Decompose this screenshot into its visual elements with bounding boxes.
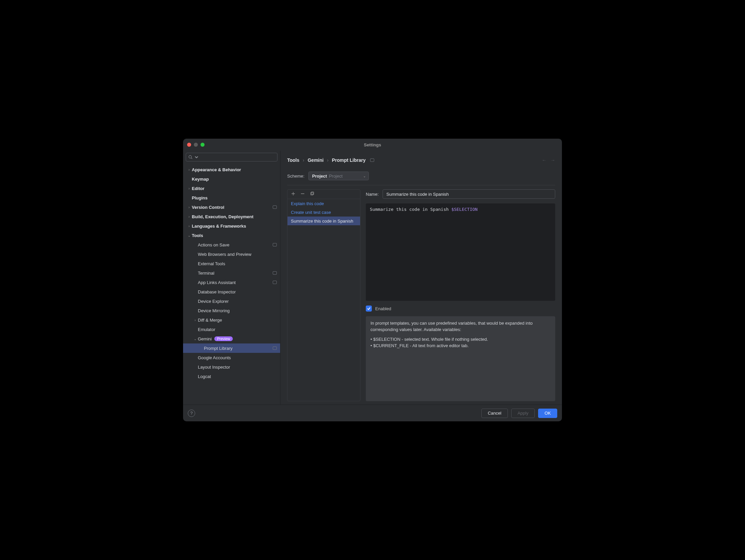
project-scope-icon <box>273 205 277 209</box>
ok-button[interactable]: OK <box>538 408 557 418</box>
sidebar-item-device-explorer[interactable]: Device Explorer <box>183 296 280 306</box>
chevron-right-icon: › <box>186 224 192 228</box>
nav-forward-icon[interactable]: → <box>551 158 555 163</box>
sidebar-item-app-links-assistant[interactable]: App Links Assistant <box>183 278 280 287</box>
project-scope-icon <box>370 159 374 162</box>
sidebar-item-emulator[interactable]: Emulator <box>183 325 280 334</box>
enabled-checkbox[interactable] <box>366 305 372 311</box>
sidebar-item-label: Plugins <box>192 195 207 200</box>
sidebar-item-version-control[interactable]: ›Version Control <box>183 202 280 212</box>
prompt-name-input[interactable] <box>383 189 555 199</box>
sidebar-item-device-mirroring[interactable]: Device Mirroring <box>183 306 280 315</box>
sidebar-item-label: Keymap <box>192 176 209 182</box>
sidebar-item-label: Gemini <box>198 336 212 341</box>
sidebar-item-google-accounts[interactable]: Google Accounts <box>183 353 280 362</box>
prompt-list-item[interactable]: Create unit test case <box>288 208 360 217</box>
sidebar-item-label: App Links Assistant <box>198 280 236 285</box>
sidebar-item-label: Emulator <box>198 327 215 332</box>
main-panel: Tools › Gemini › Prompt Library ← → Sche… <box>281 151 562 404</box>
sidebar-item-keymap[interactable]: Keymap <box>183 174 280 184</box>
prompt-list-item[interactable]: Summarize this code in Spanish <box>288 217 360 225</box>
sidebar-item-label: Logcat <box>198 374 211 379</box>
minimize-window-button[interactable] <box>194 143 198 147</box>
prompt-list[interactable]: Explain this codeCreate unit test caseSu… <box>288 199 360 401</box>
settings-tree[interactable]: ›Appearance & BehaviorKeymap›EditorPlugi… <box>183 164 280 404</box>
help-bullet: • $CURRENT_FILE - All text from active e… <box>370 343 551 349</box>
sidebar-item-build-execution-deployment[interactable]: ›Build, Execution, Deployment <box>183 212 280 221</box>
search-input[interactable] <box>186 153 278 162</box>
sidebar-item-label: Appearance & Behavior <box>192 167 241 172</box>
breadcrumb-separator: › <box>327 158 328 163</box>
copy-prompt-button[interactable] <box>310 191 314 197</box>
prompt-text-editor[interactable]: Summarize this code in Spanish $SELECTIO… <box>366 203 555 301</box>
sidebar-item-diff-merge[interactable]: ›Diff & Merge <box>183 315 280 325</box>
sidebar-item-label: Version Control <box>192 205 224 210</box>
sidebar-item-label: External Tools <box>198 261 225 266</box>
sidebar-item-logcat[interactable]: Logcat <box>183 372 280 381</box>
sidebar-item-layout-inspector[interactable]: Layout Inspector <box>183 362 280 372</box>
scheme-select[interactable]: Project Project ⌄ <box>309 171 369 180</box>
project-scope-icon <box>273 347 277 350</box>
prompt-list-item[interactable]: Explain this code <box>288 199 360 208</box>
sidebar-item-terminal[interactable]: Terminal <box>183 268 280 278</box>
sidebar-item-prompt-library[interactable]: Prompt Library <box>183 343 280 353</box>
sidebar-item-database-inspector[interactable]: Database Inspector <box>183 287 280 296</box>
project-scope-icon <box>273 281 277 284</box>
close-window-button[interactable] <box>187 143 191 147</box>
sidebar-item-actions-on-save[interactable]: Actions on Save <box>183 240 280 250</box>
prompt-detail-panel: Name: Summarize this code in Spanish $SE… <box>366 189 555 401</box>
help-button[interactable]: ? <box>188 409 195 417</box>
sidebar-item-label: Actions on Save <box>198 242 229 248</box>
sidebar-item-label: Build, Execution, Deployment <box>192 214 253 219</box>
help-bullet: • $SELECTION - selected text. Whole file… <box>370 336 551 343</box>
scheme-value: Project <box>312 173 327 178</box>
sidebar-item-external-tools[interactable]: External Tools <box>183 259 280 268</box>
add-prompt-button[interactable] <box>291 191 296 197</box>
name-label: Name: <box>366 192 379 197</box>
sidebar-item-plugins[interactable]: Plugins <box>183 193 280 202</box>
titlebar: Settings <box>183 139 562 151</box>
breadcrumb-part: Gemini <box>308 158 323 163</box>
project-scope-icon <box>273 271 277 275</box>
sidebar-item-label: Terminal <box>198 271 214 276</box>
svg-line-1 <box>191 158 192 159</box>
svg-point-0 <box>189 156 191 158</box>
remove-prompt-button[interactable] <box>300 191 305 197</box>
breadcrumb-part: Tools <box>287 158 299 163</box>
chevron-right-icon: › <box>186 168 192 171</box>
sidebar-item-label: Google Accounts <box>198 355 231 360</box>
cancel-button[interactable]: Cancel <box>481 408 508 418</box>
sidebar-item-label: Device Mirroring <box>198 308 230 313</box>
sidebar-item-label: Languages & Frameworks <box>192 224 246 229</box>
sidebar-item-label: Web Browsers and Preview <box>198 252 251 257</box>
traffic-lights <box>187 143 204 147</box>
breadcrumb: Tools › Gemini › Prompt Library ← → <box>287 156 555 164</box>
preview-badge: Preview <box>214 336 233 341</box>
list-toolbar <box>288 190 360 199</box>
sidebar-item-appearance-behavior[interactable]: ›Appearance & Behavior <box>183 165 280 174</box>
breadcrumb-part: Prompt Library <box>332 158 365 163</box>
sidebar-item-web-browsers-and-preview[interactable]: Web Browsers and Preview <box>183 250 280 259</box>
window-title: Settings <box>183 142 562 147</box>
help-intro: In prompt templates, you can use predefi… <box>370 320 551 333</box>
settings-window: Settings ›Appearance & BehaviorKeymap›Ed… <box>183 139 562 421</box>
sidebar-item-editor[interactable]: ›Editor <box>183 184 280 193</box>
sidebar-item-label: Diff & Merge <box>198 318 222 323</box>
sidebar-item-gemini[interactable]: ⌄GeminiPreview <box>183 334 280 343</box>
sidebar-item-label: Editor <box>192 186 204 191</box>
chevron-right-icon: › <box>186 187 192 190</box>
scheme-value-secondary: Project <box>329 173 342 178</box>
sidebar-item-label: Tools <box>192 233 203 238</box>
help-text: In prompt templates, you can use predefi… <box>366 316 555 401</box>
enabled-label: Enabled <box>375 306 391 311</box>
prompt-text: Summarize this code in Spanish <box>370 207 451 212</box>
chevron-down-icon: ⌄ <box>363 174 366 178</box>
chevron-right-icon: › <box>192 318 198 322</box>
breadcrumb-separator: › <box>303 158 304 163</box>
sidebar-item-languages-frameworks[interactable]: ›Languages & Frameworks <box>183 221 280 231</box>
project-scope-icon <box>273 243 277 246</box>
nav-back-icon[interactable]: ← <box>542 158 547 163</box>
zoom-window-button[interactable] <box>200 143 204 147</box>
apply-button[interactable]: Apply <box>511 408 535 418</box>
sidebar-item-tools[interactable]: ⌄Tools <box>183 231 280 240</box>
